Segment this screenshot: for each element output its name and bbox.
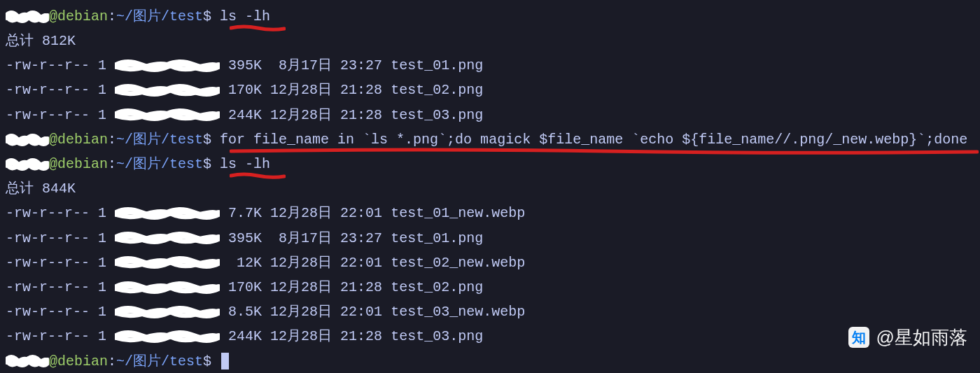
file-permissions: -rw-r--r-- 1 (6, 255, 106, 271)
output-line: 总计 844K (6, 176, 974, 201)
redaction-scribble-icon: xxxxxx (6, 152, 49, 176)
file-name: test_02.png (391, 82, 483, 98)
redaction-scribble-icon: xxxxxx xxxxxx (115, 275, 220, 300)
output-line: 总计 812K (6, 29, 974, 53)
file-permissions: -rw-r--r-- 1 (6, 279, 106, 295)
ls-row: -rw-r--r-- 1 xxxxxx xxxxxx 170K 12月28日 2… (6, 78, 974, 102)
prompt-line: xxxxxx @debian:~/图片/test$ (6, 349, 974, 373)
prompt-line: xxxxxx @debian:~/图片/test$ ls -lh (6, 4, 974, 29)
redaction-scribble-icon: xxxxxx xxxxxx (115, 300, 220, 324)
file-name: test_03_new.webp (391, 304, 525, 320)
file-permissions: -rw-r--r-- 1 (6, 57, 106, 73)
file-size: 170K (228, 279, 262, 295)
file-date: 12月28日 21:28 (262, 82, 382, 98)
redaction-scribble-icon: xxxxxx xxxxxx (115, 103, 220, 127)
output-text: 总计 844K (6, 181, 76, 197)
file-permissions: -rw-r--r-- 1 (6, 230, 106, 246)
ls-row: -rw-r--r-- 1 xxxxxx xxxxxx 395K 8月17日 23… (6, 226, 974, 251)
file-date: 12月28日 21:28 (262, 279, 382, 295)
redaction-scribble-icon: xxxxxx xxxxxx (115, 202, 220, 226)
file-date: 12月28日 22:01 (262, 255, 382, 271)
file-date: 12月28日 21:28 (262, 107, 382, 123)
cursor-icon (221, 353, 229, 370)
redaction-scribble-icon: xxxxxx xxxxxx (115, 78, 220, 103)
file-size: 395K (228, 57, 262, 73)
ls-row: -rw-r--r-- 1 xxxxxx xxxxxx 8.5K 12月28日 2… (6, 300, 974, 324)
file-permissions: -rw-r--r-- 1 (6, 82, 106, 98)
prompt-line: xxxxxx @debian:~/图片/test$ ls -lh (6, 152, 974, 176)
prompt-line: xxxxxx @debian:~/图片/test$ for file_name … (6, 127, 974, 152)
ls-row: -rw-r--r-- 1 xxxxxx xxxxxx 170K 12月28日 2… (6, 275, 974, 300)
file-size: 170K (228, 82, 262, 98)
file-size: 7.7K (228, 205, 262, 221)
redaction-scribble-icon: xxxxxx xxxxxx (115, 226, 220, 251)
file-permissions: -rw-r--r-- 1 (6, 107, 106, 123)
command-text: ls -lh (220, 8, 270, 24)
file-date: 8月17日 23:27 (262, 230, 382, 246)
ls-row: -rw-r--r-- 1 xxxxxx xxxxxx 244K 12月28日 2… (6, 103, 974, 127)
ls-row: -rw-r--r-- 1 xxxxxx xxxxxx 244K 12月28日 2… (6, 324, 974, 349)
file-name: test_02_new.webp (391, 255, 525, 271)
file-size: 244K (228, 328, 262, 344)
ls-row: -rw-r--r-- 1 xxxxxx xxxxxx 12K 12月28日 22… (6, 251, 974, 275)
redaction-scribble-icon: xxxxxx xxxxxx (115, 251, 220, 275)
file-size: 395K (228, 230, 262, 246)
redaction-scribble-icon: xxxxxx xxxxxx (115, 325, 220, 349)
file-size: 12K (228, 255, 262, 271)
file-permissions: -rw-r--r-- 1 (6, 205, 106, 221)
terminal[interactable]: xxxxxx @debian:~/图片/test$ ls -lh 总计 812K… (6, 4, 974, 373)
redaction-scribble-icon: xxxxxx (6, 4, 49, 29)
redaction-scribble-icon: xxxxxx xxxxxx (115, 53, 220, 78)
file-size: 244K (228, 107, 262, 123)
file-date: 12月28日 22:01 (262, 205, 382, 221)
file-date: 12月28日 21:28 (262, 328, 382, 344)
command-text: ls -lh (220, 156, 270, 172)
output-text: 总计 812K (6, 33, 76, 49)
file-name: test_01.png (391, 57, 483, 73)
file-name: test_02.png (391, 279, 483, 295)
file-name: test_01_new.webp (391, 205, 525, 221)
watermark: 知 @星如雨落 (848, 322, 967, 354)
file-permissions: -rw-r--r-- 1 (6, 304, 106, 320)
file-date: 12月28日 22:01 (262, 304, 382, 320)
watermark-text: @星如雨落 (876, 322, 967, 354)
file-name: test_03.png (391, 107, 483, 123)
file-name: test_03.png (391, 328, 483, 344)
command-text: for file_name in `ls *.png`;do magick $f… (220, 132, 967, 148)
file-size: 8.5K (228, 304, 262, 320)
ls-row: -rw-r--r-- 1 xxxxxx xxxxxx 395K 8月17日 23… (6, 53, 974, 78)
file-permissions: -rw-r--r-- 1 (6, 328, 106, 344)
file-name: test_01.png (391, 230, 483, 246)
file-date: 8月17日 23:27 (262, 57, 382, 73)
zhihu-logo-icon: 知 (848, 327, 869, 348)
redaction-scribble-icon: xxxxxx (6, 127, 49, 152)
redaction-scribble-icon: xxxxxx (6, 349, 49, 373)
ls-row: -rw-r--r-- 1 xxxxxx xxxxxx 7.7K 12月28日 2… (6, 201, 974, 225)
